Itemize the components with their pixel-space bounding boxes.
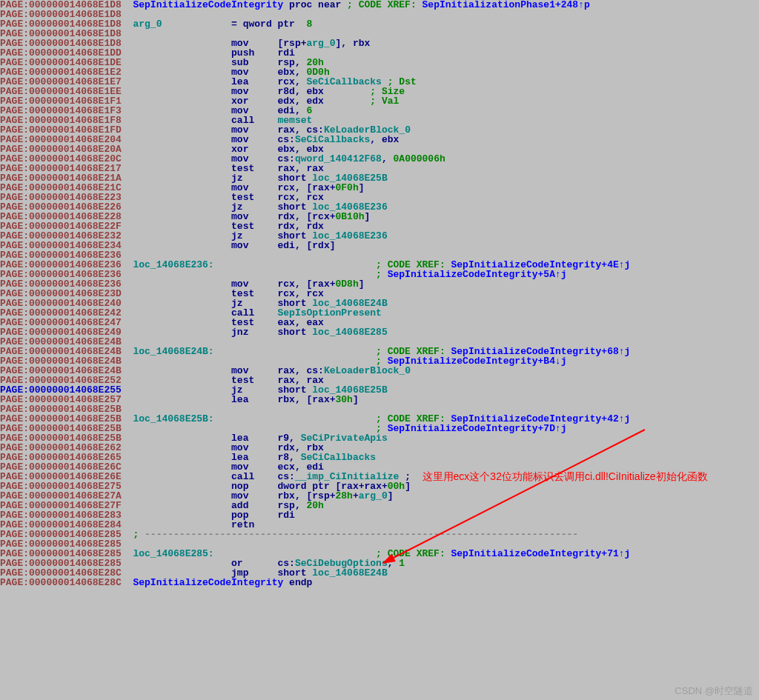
watermark: CSDN @时空隧道	[675, 686, 753, 696]
asm-line: PAGE:000000014068E28C SepInitializeCodeI…	[0, 578, 759, 587]
disassembly-view: PAGE:000000014068E1D8 SepInitializeCodeI…	[0, 0, 759, 700]
